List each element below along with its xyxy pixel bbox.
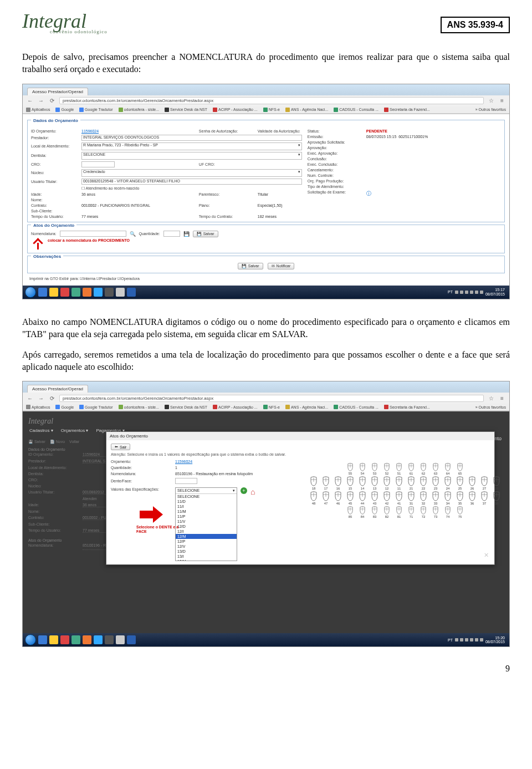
tooth-71[interactable]: 71 (407, 506, 416, 518)
start-button[interactable] (25, 287, 36, 298)
nomenclatura-input[interactable] (60, 231, 126, 237)
clock[interactable]: 15:20 08/07/2015 (485, 636, 507, 644)
app-icon[interactable] (71, 288, 80, 297)
skype-icon[interactable] (94, 635, 103, 644)
tooth-26[interactable]: 26 (468, 476, 477, 490)
bookmark-item[interactable]: ACIRP - Associação ... (213, 108, 258, 112)
quantidade-input[interactable] (163, 231, 180, 237)
tooth-72[interactable]: 72 (419, 506, 428, 518)
close-icon[interactable]: ✕ (484, 552, 489, 559)
local-select[interactable]: R Mariana Prado, 723 - Ribeirão Preto - … (81, 142, 302, 150)
bookmark-item[interactable]: odontosfera - siste... (119, 405, 159, 409)
tooth-64[interactable]: 64 (443, 463, 452, 475)
app-icon[interactable] (83, 288, 91, 297)
tooth-11[interactable]: 11 (395, 476, 403, 490)
tooth-55[interactable]: 55 (346, 463, 355, 475)
system-tray[interactable] (455, 638, 483, 641)
bookmark-item[interactable]: Service Desk da NST (165, 108, 207, 112)
dropdown-option[interactable]: 11/P (176, 514, 237, 519)
bookmark-item[interactable]: » Outros favoritos (475, 405, 506, 409)
tooth-43[interactable]: 43 (370, 491, 379, 505)
tooth-24[interactable]: 24 (443, 476, 452, 490)
start-button[interactable] (25, 634, 36, 645)
bookmark-item[interactable]: NFS-e (263, 405, 280, 409)
id-orcamento-value[interactable]: 11596024 (81, 129, 196, 133)
dropdown-option[interactable]: 11/I (176, 504, 237, 509)
bookmark-item[interactable]: CADSUS - Consulta ... (334, 108, 378, 112)
star-icon[interactable]: ☆ (487, 97, 495, 105)
tooth-12[interactable]: 12 (382, 476, 391, 490)
skype-icon[interactable] (94, 288, 103, 297)
usuario-input[interactable]: 00108820129548 - VITOR ANGELO STEFANELI … (81, 179, 302, 185)
print-options[interactable]: Imprimir na GTO Exibir para: ☑Interna ☑P… (27, 276, 505, 282)
bookmark-item[interactable]: odontosfera - siste... (119, 108, 159, 112)
bookmark-item[interactable]: Secretaria da Fazend... (384, 405, 430, 409)
nucleo-select[interactable]: Credenciado▾ (81, 169, 302, 177)
tooth-48[interactable]: 48 (309, 491, 318, 505)
spec-dropdown[interactable]: SELECIONE▾ SELECIONE11/D11/I11/M11/P11/V… (175, 487, 237, 561)
tooth-14[interactable]: 14 (358, 476, 367, 490)
bookmark-item[interactable]: » Outros favoritos (475, 108, 506, 112)
dropdown-option[interactable]: SELECIONE (176, 494, 237, 499)
notificar-button[interactable]: ✉ Notificar (268, 263, 295, 269)
bookmark-item[interactable]: Service Desk da NST (165, 405, 207, 409)
bookmark-item[interactable]: CADSUS - Consulta ... (334, 405, 378, 409)
dropdown-option[interactable]: 12/I (176, 529, 237, 534)
word-icon[interactable] (127, 635, 136, 644)
back-icon[interactable]: ← (26, 394, 34, 402)
tooth-52[interactable]: 52 (382, 463, 391, 475)
bookmark-item[interactable]: Google Tradutor (79, 108, 113, 112)
chrome-icon[interactable] (49, 635, 58, 644)
dropdown-option[interactable]: 11/M (176, 509, 237, 514)
tooth-45[interactable]: 45 (346, 491, 355, 505)
explorer-icon[interactable] (38, 288, 47, 297)
cro-input[interactable] (81, 161, 115, 167)
tooth-63[interactable]: 63 (431, 463, 440, 475)
tooth-44[interactable]: 44 (358, 491, 367, 505)
tooth-42[interactable]: 42 (382, 491, 391, 505)
dropdown-option[interactable]: 13/M (176, 559, 237, 561)
tooth-41[interactable]: 41 (395, 491, 403, 505)
bookmark-item[interactable]: Aplicativos (26, 405, 50, 409)
tooth-23[interactable]: 23 (431, 476, 440, 490)
back-icon[interactable]: ← (26, 97, 34, 105)
word-icon[interactable] (127, 288, 136, 297)
tooth-17[interactable]: 17 (321, 476, 330, 490)
orc-value[interactable]: 11596024 (175, 460, 297, 464)
tooth-62[interactable]: 62 (419, 463, 428, 475)
forward-icon[interactable]: → (37, 97, 45, 105)
prestador-input[interactable]: INTEGRAL SERVIÇOS ODONTOLOGICOS (81, 135, 302, 141)
tooth-81[interactable]: 81 (395, 506, 403, 518)
tooth-27[interactable]: 27 (480, 476, 489, 490)
tooth-37[interactable]: 37 (480, 491, 489, 505)
sair-button[interactable]: ⬅ Sair (111, 444, 130, 450)
tooth-54[interactable]: 54 (358, 463, 367, 475)
bookmark-item[interactable]: ANS - Agência Naci... (285, 108, 328, 112)
bookmark-item[interactable]: ACIRP - Associação ... (213, 405, 258, 409)
app-icon[interactable] (83, 635, 91, 644)
tooth-65[interactable]: 65 (456, 463, 464, 475)
system-tray[interactable] (455, 291, 483, 294)
tooth-47[interactable]: 47 (321, 491, 330, 505)
menu-orcamentos[interactable]: Orçamentos ▾ (61, 428, 89, 433)
forward-icon[interactable]: → (37, 394, 45, 402)
info-icon[interactable]: ⓘ (366, 190, 433, 197)
url-field[interactable]: prestador.odontosfera.com.br/orcamento/G… (59, 97, 484, 104)
tooth-32[interactable]: 32 (419, 491, 428, 505)
tooth-35[interactable]: 35 (456, 491, 464, 505)
app-icon[interactable] (71, 635, 80, 644)
star-icon[interactable]: ☆ (487, 394, 495, 402)
browser-tab[interactable]: Acesso Prestador/Operad (27, 88, 88, 95)
app-icon[interactable] (105, 288, 114, 297)
tooth-82[interactable]: 82 (382, 506, 391, 518)
tooth-25[interactable]: 25 (456, 476, 464, 490)
tooth-28[interactable]: 28 (492, 476, 501, 490)
clock[interactable]: 15:17 08/07/2015 (485, 288, 507, 296)
tooth-15[interactable]: 15 (346, 476, 355, 490)
tooth-84[interactable]: 84 (358, 506, 367, 518)
tooth-46[interactable]: 46 (334, 491, 342, 505)
chrome-icon[interactable] (49, 288, 58, 297)
explorer-icon[interactable] (38, 635, 47, 644)
app-icon[interactable] (116, 288, 125, 297)
tooth-33[interactable]: 33 (431, 491, 440, 505)
